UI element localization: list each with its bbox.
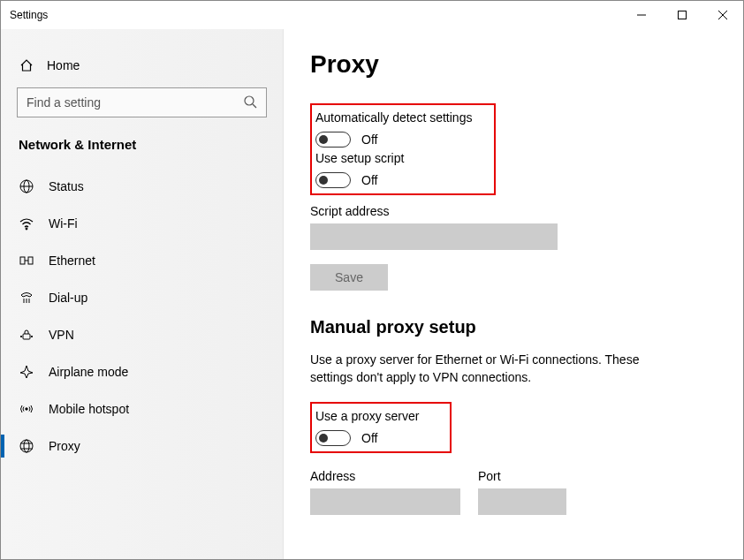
save-button[interactable]: Save [310,264,388,291]
category-heading: Network & Internet [1,137,283,168]
window-title: Settings [10,9,48,21]
sidebar-item-label: Status [49,179,84,193]
wifi-icon [19,216,34,231]
svg-point-4 [245,96,254,105]
sidebar-item-status[interactable]: Status [1,168,283,205]
minimize-button[interactable] [621,1,662,29]
auto-detect-toggle[interactable] [315,132,351,148]
sidebar-item-label: Dial-up [49,291,87,305]
svg-point-21 [24,440,29,452]
address-input[interactable] [310,488,460,515]
search-input[interactable]: Find a setting [17,87,267,117]
sidebar-item-ethernet[interactable]: Ethernet [1,242,283,279]
sidebar: Home Find a setting Network & Internet S… [1,29,284,559]
home-label: Home [47,58,80,72]
auto-detect-label: Automatically detect settings [315,110,485,125]
sidebar-item-label: Mobile hotspot [49,402,129,416]
script-address-label: Script address [310,204,717,218]
use-proxy-state: Off [361,431,377,445]
setup-script-state: Off [361,173,377,187]
svg-point-9 [26,228,27,230]
airplane-icon [19,364,34,380]
svg-rect-16 [23,334,30,339]
sidebar-item-label: VPN [49,328,74,342]
svg-rect-11 [28,257,33,264]
svg-line-5 [253,104,256,108]
proxy-icon [19,438,34,454]
sidebar-item-wifi[interactable]: Wi-Fi [1,205,283,242]
sidebar-item-airplane[interactable]: Airplane mode [1,353,283,390]
sidebar-item-dialup[interactable]: Dial-up [1,279,283,316]
status-icon [19,178,34,194]
hotspot-icon [19,401,34,417]
address-label: Address [310,469,460,483]
svg-rect-1 [679,11,687,19]
search-placeholder: Find a setting [27,95,101,110]
setup-script-toggle[interactable] [315,172,351,188]
sidebar-item-label: Airplane mode [49,365,128,379]
use-proxy-label: Use a proxy server [315,409,441,423]
sidebar-item-label: Wi-Fi [49,216,78,231]
home-icon [19,57,34,73]
maximize-button[interactable] [662,1,702,29]
sidebar-item-label: Proxy [49,439,80,453]
script-address-input[interactable] [310,223,558,250]
content: Proxy Automatically detect settings Off … [284,29,743,559]
sidebar-item-vpn[interactable]: VPN [1,316,283,353]
setup-script-label: Use setup script [315,151,485,165]
home-nav[interactable]: Home [1,52,283,87]
search-icon [243,95,257,111]
sidebar-item-hotspot[interactable]: Mobile hotspot [1,390,283,428]
page-title: Proxy [310,50,717,79]
manual-desc: Use a proxy server for Ethernet or Wi-Fi… [310,352,681,386]
svg-point-20 [20,440,33,452]
svg-point-17 [20,336,21,337]
highlight-manual-proxy: Use a proxy server Off [310,402,452,453]
vpn-icon [19,327,34,343]
dialup-icon [19,290,34,306]
manual-section-title: Manual proxy setup [310,317,717,337]
close-button[interactable] [702,1,743,29]
svg-point-18 [31,336,32,337]
ethernet-icon [19,253,34,269]
sidebar-item-label: Ethernet [49,254,95,268]
use-proxy-toggle[interactable] [315,430,351,446]
sidebar-item-proxy[interactable]: Proxy [1,428,283,465]
svg-point-19 [26,408,27,410]
nav-list: Status Wi-Fi Ethernet [1,168,283,465]
port-label: Port [478,469,566,483]
window-controls [621,1,743,29]
auto-detect-state: Off [361,132,377,147]
highlight-auto-setup: Automatically detect settings Off Use se… [310,103,496,195]
port-input[interactable] [478,488,566,515]
svg-rect-10 [20,257,25,264]
